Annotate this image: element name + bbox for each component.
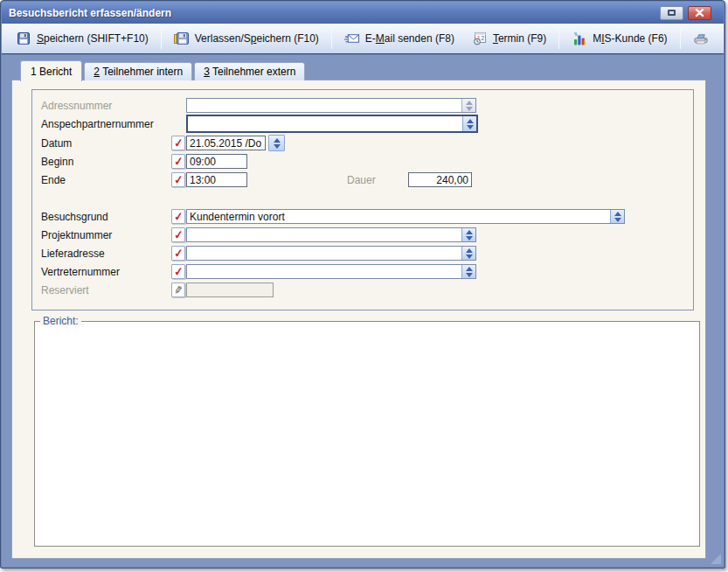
- title-bar: Besuchsbericht erfassen/ändern: [2, 2, 724, 24]
- lieferadresse-combo: [186, 246, 476, 261]
- toolbar-separator: [558, 28, 559, 49]
- calendar-icon: 1 2: [472, 31, 488, 45]
- tab-teilnehmer-intern[interactable]: 2 Teilnehmer intern: [84, 62, 192, 80]
- bericht-groupbox: Bericht:: [34, 321, 700, 547]
- dauer-input[interactable]: [408, 172, 472, 187]
- datum-label: Datum: [41, 137, 72, 150]
- datum-input[interactable]: [186, 136, 266, 150]
- save-button[interactable]: Speichern (SHIFT+F10): [7, 26, 157, 51]
- toolbar-separator: [161, 28, 162, 49]
- save-exit-button-label: Verlassen/Speichern (F10): [195, 32, 319, 45]
- reserviert-edit-icon[interactable]: ✎: [171, 283, 185, 297]
- print-button[interactable]: [684, 26, 718, 51]
- anspechpartnernummer-label: Anspechpartnernummer: [41, 118, 154, 130]
- vertreternummer-check-icon[interactable]: ✓: [171, 264, 185, 279]
- ende-check-icon[interactable]: ✓: [171, 172, 185, 187]
- toolbar-separator: [331, 28, 332, 49]
- lieferadresse-check-icon[interactable]: ✓: [171, 246, 185, 261]
- tab-strip: 1 Bericht 2 Teilnehmer intern 3 Teilnehm…: [20, 60, 307, 80]
- row-beginn: Beginn ✓: [12, 154, 705, 172]
- termin-button-label: Termin (F9): [493, 32, 546, 45]
- mis-kunde-button[interactable]: MIS-Kunde (F6): [563, 26, 676, 51]
- close-button[interactable]: [688, 6, 711, 20]
- save-exit-icon: [174, 31, 190, 45]
- projektnummer-label: Projektnummer: [41, 229, 112, 241]
- row-anspechpartnernummer: Anspechpartnernummer: [12, 116, 705, 135]
- termin-button[interactable]: 1 2 Termin (F9): [463, 26, 555, 51]
- printer-icon: [693, 31, 709, 45]
- row-lieferadresse: Lieferadresse ✓: [12, 246, 705, 264]
- lieferadresse-input[interactable]: [187, 247, 461, 260]
- email-button-label: E-Mail senden (F8): [365, 32, 454, 45]
- vertreternummer-spinner[interactable]: [461, 265, 475, 278]
- anspechpartnernummer-combo: [186, 115, 478, 133]
- save-button-label: Speichern (SHIFT+F10): [37, 32, 149, 45]
- besuchsgrund-label: Besuchsgrund: [41, 211, 108, 223]
- besuchsgrund-check-icon[interactable]: ✓: [171, 209, 185, 224]
- adressnummer-spinner[interactable]: [461, 99, 475, 112]
- beginn-check-icon[interactable]: ✓: [171, 154, 185, 169]
- datum-check-icon[interactable]: ✓: [171, 136, 185, 150]
- svg-text:2: 2: [481, 35, 484, 41]
- vertreternummer-input[interactable]: [187, 265, 461, 278]
- email-icon: [344, 31, 360, 45]
- vertreternummer-label: Vertreternummer: [41, 266, 120, 278]
- vertreternummer-combo: [186, 264, 476, 279]
- bericht-textarea[interactable]: [36, 325, 698, 545]
- besuchsgrund-input[interactable]: [187, 210, 610, 223]
- adressnummer-combo: [186, 98, 476, 113]
- minimize-icon: [668, 10, 676, 16]
- row-besuchsgrund: Besuchsgrund ✓: [12, 209, 705, 227]
- beginn-label: Beginn: [41, 156, 73, 168]
- row-reserviert: Reserviert ✎: [12, 283, 705, 301]
- beginn-input[interactable]: [186, 154, 247, 169]
- window-title: Besuchsbericht erfassen/ändern: [9, 7, 171, 19]
- close-icon: [695, 9, 704, 17]
- dialog-body: 1 Bericht 2 Teilnehmer intern 3 Teilnehm…: [2, 55, 724, 567]
- row-projektnummer: Projektnummer ✓: [12, 227, 705, 246]
- ende-input[interactable]: [186, 172, 247, 187]
- toolbar: Speichern (SHIFT+F10) Verlassen/Speicher…: [2, 24, 724, 54]
- row-vertreternummer: Vertreternummer ✓: [12, 264, 705, 283]
- besuchsgrund-spinner[interactable]: [610, 210, 624, 223]
- anspechpartnernummer-spinner[interactable]: [462, 116, 476, 131]
- row-adressnummer: Adressnummer: [12, 98, 705, 116]
- tab-page-bericht: Adressnummer Anspechpartnernummer Datum …: [11, 80, 706, 559]
- dauer-label: Dauer: [347, 174, 376, 186]
- projektnummer-combo: [186, 227, 476, 242]
- adressnummer-label: Adressnummer: [41, 100, 112, 112]
- tab-bericht[interactable]: 1 Bericht: [20, 60, 82, 81]
- projektnummer-check-icon[interactable]: ✓: [171, 227, 185, 242]
- resize-grip[interactable]: [711, 554, 721, 564]
- minimize-button[interactable]: [660, 6, 683, 20]
- reserviert-input[interactable]: [186, 283, 274, 297]
- projektnummer-input[interactable]: [187, 228, 461, 241]
- save-icon: [16, 31, 31, 45]
- dialog-window: Besuchsbericht erfassen/ändern Speichern…: [0, 0, 725, 569]
- row-ende: Ende ✓ Dauer: [12, 172, 705, 191]
- mis-kunde-button-label: MIS-Kunde (F6): [593, 32, 667, 45]
- anspechpartnernummer-input[interactable]: [188, 116, 462, 131]
- reserviert-label: Reserviert: [41, 284, 89, 296]
- row-datum: Datum ✓: [12, 136, 705, 154]
- lieferadresse-spinner[interactable]: [461, 247, 475, 260]
- save-exit-button[interactable]: Verlassen/Speichern (F10): [165, 26, 328, 51]
- besuchsgrund-combo: [186, 209, 625, 224]
- tab-teilnehmer-extern[interactable]: 3 Teilnehmer extern: [194, 62, 305, 80]
- bar-chart-icon: [572, 31, 587, 45]
- datum-spinner[interactable]: [268, 135, 285, 151]
- adressnummer-input[interactable]: [187, 99, 461, 112]
- toolbar-separator: [680, 28, 681, 49]
- ende-label: Ende: [41, 174, 66, 186]
- email-button[interactable]: E-Mail senden (F8): [336, 26, 463, 51]
- lieferadresse-label: Lieferadresse: [41, 248, 105, 260]
- projektnummer-spinner[interactable]: [461, 228, 475, 241]
